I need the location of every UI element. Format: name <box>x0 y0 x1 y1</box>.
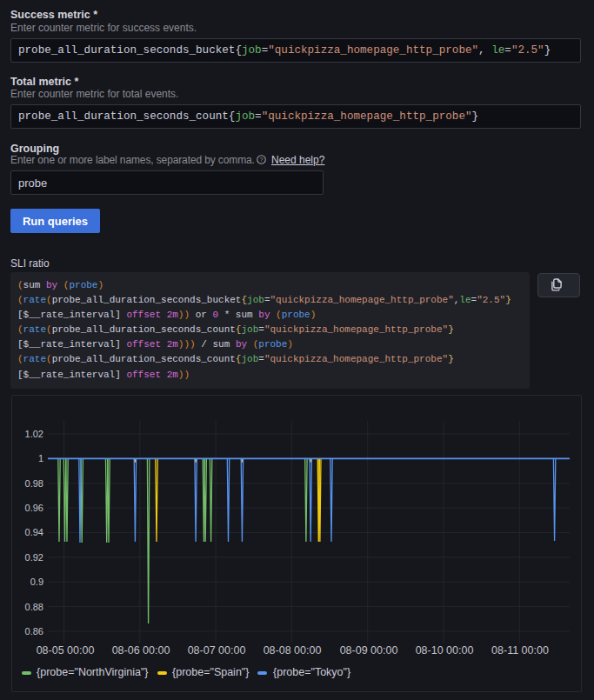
svg-text:?: ? <box>259 156 263 163</box>
